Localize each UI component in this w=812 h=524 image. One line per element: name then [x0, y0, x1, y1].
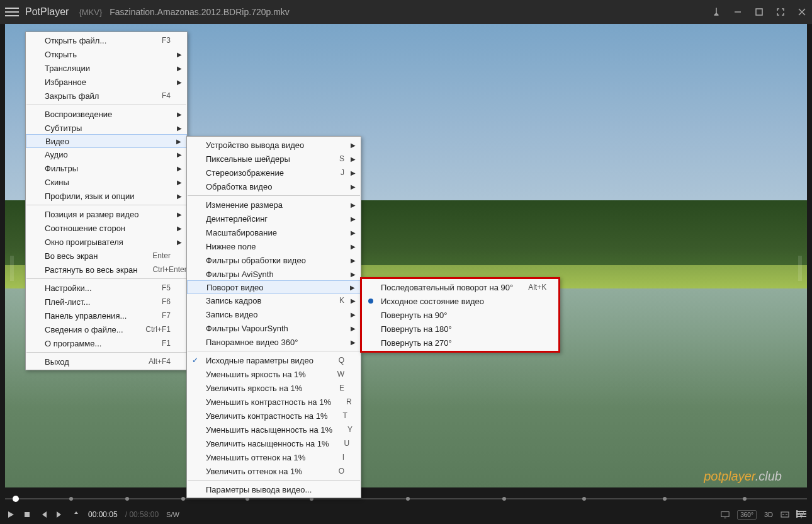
- menu-item[interactable]: Трансляции▶: [26, 61, 187, 75]
- subtitle-icon[interactable]: [781, 510, 789, 519]
- menu-item[interactable]: Увеличить оттенок на 1%O: [187, 464, 361, 478]
- menu-icon[interactable]: [5, 5, 19, 19]
- maximize-button[interactable]: [754, 7, 764, 17]
- control-bar: 00:00:05 / 00:58:00 S/W 360° 3D: [0, 505, 812, 524]
- menu-item[interactable]: ✓Исходные параметры видеоQ: [187, 353, 361, 367]
- close-button[interactable]: [797, 7, 807, 17]
- menu-item[interactable]: Избранное▶: [26, 75, 187, 89]
- menu-item[interactable]: Фильтры▶: [26, 161, 187, 175]
- menu-item[interactable]: Фильтры AviSynth▶: [187, 267, 361, 281]
- menu-item[interactable]: Пиксельные шейдерыS▶: [187, 152, 361, 166]
- menu-item[interactable]: Аудио▶: [26, 147, 187, 161]
- next-handle[interactable]: [798, 256, 802, 281]
- menu-item[interactable]: Скины▶: [26, 175, 187, 189]
- menu-item[interactable]: Фильтры обработки видео▶: [187, 253, 361, 267]
- time-duration: / 00:58:00: [125, 510, 159, 519]
- menu-item[interactable]: Деинтерлейсинг▶: [187, 212, 361, 225]
- next-button[interactable]: [55, 510, 64, 519]
- menu-item[interactable]: Профили, язык и опции▶: [26, 189, 187, 203]
- menu-item[interactable]: Масштабирование▶: [187, 225, 361, 239]
- file-format-tag: {MKV}: [79, 8, 102, 17]
- app-name: PotPlayer: [25, 6, 69, 18]
- svg-point-6: [796, 513, 798, 515]
- open-button[interactable]: [72, 510, 81, 519]
- menu-item[interactable]: Повернуть на 270°: [362, 336, 558, 350]
- playlist-button[interactable]: [794, 506, 809, 521]
- titlebar: PotPlayer {MKV} Faszination.Amazonas.201…: [0, 0, 812, 24]
- menu-item[interactable]: Открыть▶: [26, 47, 187, 61]
- menu-item[interactable]: Обработка видео▶: [187, 179, 361, 193]
- menu-item[interactable]: Последовательный поворот на 90°Alt+K: [362, 280, 558, 294]
- stop-button[interactable]: [23, 510, 31, 519]
- menu-item[interactable]: Во весь экранEnter: [26, 249, 187, 263]
- menu-item[interactable]: Сведения о файле...Ctrl+F1: [26, 322, 187, 336]
- menu-item[interactable]: Воспроизведение▶: [26, 107, 187, 121]
- main-context-menu[interactable]: Открыть файл...F3Открыть▶Трансляции▶Избр…: [25, 31, 188, 370]
- menu-item[interactable]: Уменьшить контрастность на 1%R: [187, 395, 361, 409]
- menu-item[interactable]: Уменьшить насыщенность на 1%Y: [187, 423, 361, 436]
- menu-item[interactable]: Нижнее поле▶: [187, 239, 361, 253]
- prev-button[interactable]: [39, 510, 48, 519]
- svg-rect-0: [756, 9, 762, 15]
- menu-item[interactable]: Увеличить насыщенность на 1%U: [187, 436, 361, 450]
- menu-item[interactable]: Соотношение сторон▶: [26, 221, 187, 235]
- menu-item[interactable]: Изменение размера▶: [187, 198, 361, 212]
- screen-icon[interactable]: [721, 510, 730, 519]
- svg-point-7: [796, 516, 798, 517]
- menu-item[interactable]: Увеличить яркость на 1%E: [187, 381, 361, 395]
- hw-indicator[interactable]: S/W: [166, 511, 179, 518]
- menu-item[interactable]: Запись кадровK▶: [187, 293, 361, 307]
- menu-item[interactable]: Поворот видео▶: [187, 280, 361, 294]
- fullscreen-button[interactable]: [775, 7, 786, 17]
- minimize-button[interactable]: [733, 7, 743, 17]
- svg-rect-2: [721, 512, 729, 517]
- svg-rect-3: [781, 512, 789, 517]
- play-button[interactable]: [6, 510, 15, 519]
- menu-item[interactable]: ВыходAlt+F4: [26, 355, 187, 368]
- menu-item[interactable]: Субтитры▶: [26, 121, 187, 135]
- menu-item[interactable]: Растянуть во весь экранCtrl+Enter: [26, 263, 187, 276]
- time-current: 00:00:05: [88, 510, 118, 519]
- menu-item[interactable]: Увеличить контрастность на 1%T: [187, 409, 361, 423]
- 360-button[interactable]: 360°: [737, 510, 757, 520]
- menu-item[interactable]: Повернуть на 90°: [362, 308, 558, 322]
- menu-item[interactable]: О программе...F1: [26, 336, 187, 350]
- menu-item[interactable]: Открыть файл...F3: [26, 33, 187, 47]
- menu-item[interactable]: Уменьшить оттенок на 1%I: [187, 450, 361, 464]
- menu-item[interactable]: Запись видео▶: [187, 307, 361, 321]
- menu-item[interactable]: Устройство вывода видео▶: [187, 138, 361, 152]
- pin-icon[interactable]: [711, 7, 721, 17]
- svg-point-5: [796, 511, 798, 512]
- seek-thumb[interactable]: [13, 496, 19, 502]
- menu-item[interactable]: Повернуть на 180°: [362, 322, 558, 336]
- menu-item[interactable]: Окно проигрывателя▶: [26, 235, 187, 249]
- menu-item[interactable]: Панорамное видео 360°▶: [187, 335, 361, 349]
- 3d-button[interactable]: 3D: [764, 511, 773, 518]
- menu-item[interactable]: Настройки...F5: [26, 281, 187, 295]
- rotate-video-submenu[interactable]: Последовательный поворот на 90°Alt+KИсхо…: [360, 277, 560, 353]
- prev-handle[interactable]: [10, 256, 14, 281]
- menu-item[interactable]: Позиция и размер видео▶: [26, 207, 187, 221]
- menu-item[interactable]: Плей-лист...F6: [26, 295, 187, 309]
- menu-item[interactable]: Исходное состояние видео: [362, 294, 558, 308]
- menu-item[interactable]: Фильтры VapourSynth▶: [187, 321, 361, 335]
- video-submenu[interactable]: Устройство вывода видео▶Пиксельные шейде…: [186, 136, 361, 498]
- file-name: Faszination.Amazonas.2012.BDRip.720p.mkv: [110, 7, 290, 17]
- menu-item[interactable]: Панель управления...F7: [26, 309, 187, 322]
- menu-item[interactable]: Уменьшить яркость на 1%W: [187, 367, 361, 381]
- svg-rect-1: [25, 512, 30, 517]
- menu-item[interactable]: СтереоизображениеJ▶: [187, 166, 361, 179]
- menu-item[interactable]: Закрыть файлF4: [26, 89, 187, 103]
- watermark: potplayer.club: [704, 469, 782, 484]
- seekbar[interactable]: [5, 493, 807, 505]
- menu-item[interactable]: Видео▶: [26, 134, 187, 148]
- menu-item[interactable]: Параметры вывода видео...: [187, 482, 361, 496]
